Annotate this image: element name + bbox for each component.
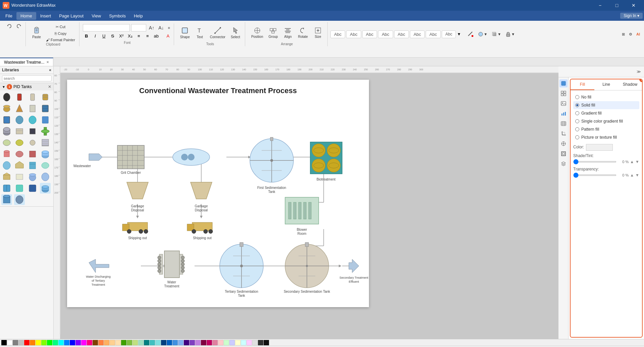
underline-button[interactable]: U [100, 32, 108, 40]
shape-item[interactable] [14, 149, 25, 159]
palette-color[interactable] [93, 340, 98, 345]
palette-color[interactable] [264, 340, 269, 345]
diagram-svg[interactable]: Wastewater Grit Chamber [67, 98, 369, 306]
menu-file[interactable]: File [1, 12, 16, 20]
connector-tool-button[interactable]: Connector [208, 23, 227, 42]
shade-decrease[interactable]: ▼ [635, 159, 639, 164]
format-painter-button[interactable]: 🖌 Format Painter [45, 37, 76, 43]
palette-color[interactable] [64, 340, 69, 345]
shape-item[interactable] [14, 92, 25, 102]
menu-page-layout[interactable]: Page Layout [55, 12, 88, 20]
font-size-decrease[interactable]: A↓ [157, 24, 165, 31]
select-tool-button[interactable]: Select [229, 23, 242, 42]
transparency-slider[interactable] [573, 175, 616, 176]
shape-item[interactable] [27, 171, 38, 182]
settings-button[interactable]: ⚙ [628, 31, 634, 37]
palette-color[interactable] [195, 340, 201, 345]
shape-item[interactable] [27, 149, 38, 159]
section-close-button[interactable]: ✕ [48, 84, 51, 89]
font-clear-format[interactable]: ≡ [167, 25, 171, 30]
style-preset-6[interactable]: Abc [410, 30, 425, 38]
shape-item[interactable] [27, 183, 38, 194]
doc-tab-close[interactable]: ✕ [46, 60, 49, 64]
palette-color[interactable] [36, 340, 41, 345]
palette-color[interactable] [132, 340, 138, 345]
menu-insert[interactable]: Insert [36, 12, 55, 20]
italic-button[interactable]: I [92, 32, 99, 40]
style-preset-8[interactable]: Abc [442, 30, 456, 38]
palette-color[interactable] [30, 340, 35, 345]
canvas[interactable]: Conventional Wastewater Treatment Proces… [60, 73, 558, 339]
palette-color[interactable] [87, 340, 92, 345]
shape-item[interactable] [14, 183, 25, 194]
shape-item[interactable] [1, 137, 12, 148]
palette-color[interactable] [155, 340, 161, 345]
shape-item[interactable] [27, 92, 38, 102]
palette-color[interactable] [258, 340, 263, 345]
frame-panel-icon[interactable] [559, 150, 568, 158]
palette-color[interactable] [110, 340, 115, 345]
cut-button[interactable]: ✂ Cut [45, 24, 76, 30]
fill-tab[interactable]: Fill [571, 79, 594, 90]
fill-option-none[interactable]: No fill [573, 93, 639, 101]
shadow-tab[interactable]: Shadow [618, 79, 642, 90]
shape-item[interactable] [14, 137, 25, 148]
subscript-button[interactable]: X₂ [126, 32, 134, 40]
shape-item[interactable] [1, 171, 12, 182]
redo-button[interactable] [15, 23, 23, 29]
menu-help[interactable]: Help [130, 12, 147, 20]
palette-color[interactable] [212, 340, 218, 345]
palette-color[interactable] [58, 340, 64, 345]
undo-button[interactable] [5, 23, 13, 29]
lock-button[interactable]: ▼ [504, 30, 516, 38]
palette-color[interactable] [161, 340, 166, 345]
menu-symbols[interactable]: Symbols [105, 12, 130, 20]
align-button[interactable]: Align [281, 23, 294, 42]
canvas-wrapper[interactable]: 60 70 80 90 100 110 120 130 140 150 [54, 66, 558, 339]
palette-color[interactable] [1, 340, 7, 345]
palette-color[interactable] [247, 340, 252, 345]
shape-item[interactable] [40, 137, 51, 148]
shape-item[interactable] [1, 160, 12, 171]
font-name-select[interactable]: Times New Roman [83, 24, 130, 31]
palette-color[interactable] [235, 340, 240, 345]
fill-option-solid[interactable]: Solid fill [573, 101, 639, 109]
image-panel-icon[interactable] [559, 99, 568, 108]
fill-option-texture[interactable]: Picture or texture fill [573, 133, 639, 141]
style-more-button[interactable]: ▼ [457, 30, 461, 38]
shape-item[interactable] [14, 160, 25, 171]
shade-increase[interactable]: ▲ [630, 159, 634, 164]
palette-color[interactable] [201, 340, 206, 345]
palette-color[interactable] [70, 340, 75, 345]
transparency-decrease[interactable]: ▼ [635, 173, 639, 178]
style-preset-5[interactable]: Abc [394, 30, 409, 38]
ai-button[interactable]: AI [635, 31, 641, 37]
palette-color[interactable] [190, 340, 195, 345]
minimize-button[interactable]: − [592, 0, 608, 11]
shape-item[interactable] [1, 115, 12, 125]
palette-color[interactable] [224, 340, 229, 345]
shape-item[interactable] [1, 183, 12, 194]
text-tool-button[interactable]: T Text [193, 23, 207, 42]
layers-panel-icon[interactable] [559, 160, 568, 168]
palette-color[interactable] [172, 340, 178, 345]
palette-color[interactable] [150, 340, 155, 345]
fill-option-gradient[interactable]: Gradient fill [573, 109, 639, 117]
position-button[interactable]: Position [249, 23, 265, 42]
shape-item[interactable] [27, 137, 38, 148]
shape-item[interactable] [14, 194, 25, 205]
layout-panel-icon[interactable] [559, 140, 568, 148]
shape-item[interactable] [14, 171, 25, 182]
chart-panel-icon[interactable] [559, 110, 568, 118]
fill-option-single-gradient[interactable]: Single color gradient fill [573, 117, 639, 125]
bold-button[interactable]: B [83, 32, 90, 40]
shape-item[interactable] [27, 160, 38, 171]
palette-color[interactable] [218, 340, 223, 345]
palette-color[interactable] [167, 340, 172, 345]
palette-color[interactable] [229, 340, 235, 345]
palette-color[interactable] [178, 340, 183, 345]
close-button[interactable]: ✕ [626, 0, 641, 11]
shape-item[interactable] [40, 149, 51, 159]
group-button[interactable]: Group [266, 23, 280, 42]
shape-item[interactable] [1, 126, 12, 137]
